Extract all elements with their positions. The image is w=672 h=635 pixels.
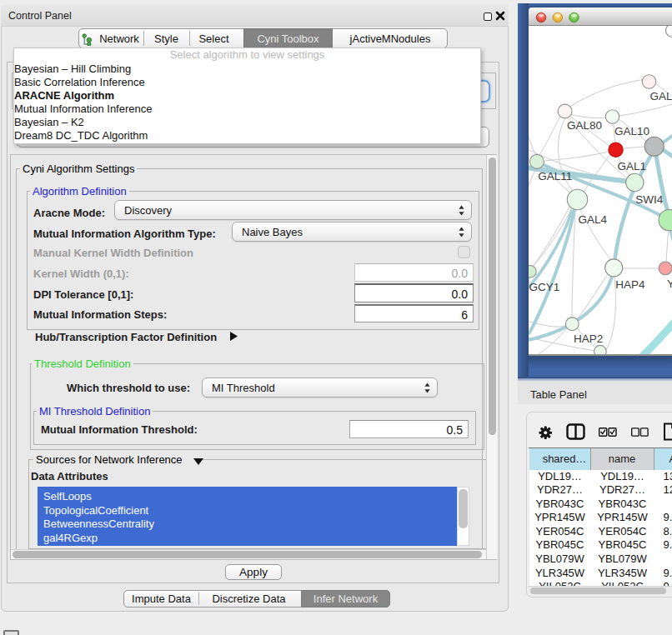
svg-text:HAP2: HAP2 (574, 332, 603, 345)
svg-text:GAL11: GAL11 (538, 170, 572, 182)
svg-text:GAL4: GAL4 (579, 213, 608, 226)
svg-text:SWI4: SWI4 (635, 193, 663, 206)
svg-text:Y: Y (667, 278, 672, 290)
svg-text:HAP4: HAP4 (615, 278, 645, 291)
svg-text:GAL7: GAL7 (650, 90, 672, 102)
svg-text:GAL1: GAL1 (618, 160, 647, 172)
svg-text:GCY1: GCY1 (529, 281, 560, 293)
svg-text:GAL80: GAL80 (567, 119, 602, 132)
svg-text:GAL10: GAL10 (614, 125, 649, 138)
